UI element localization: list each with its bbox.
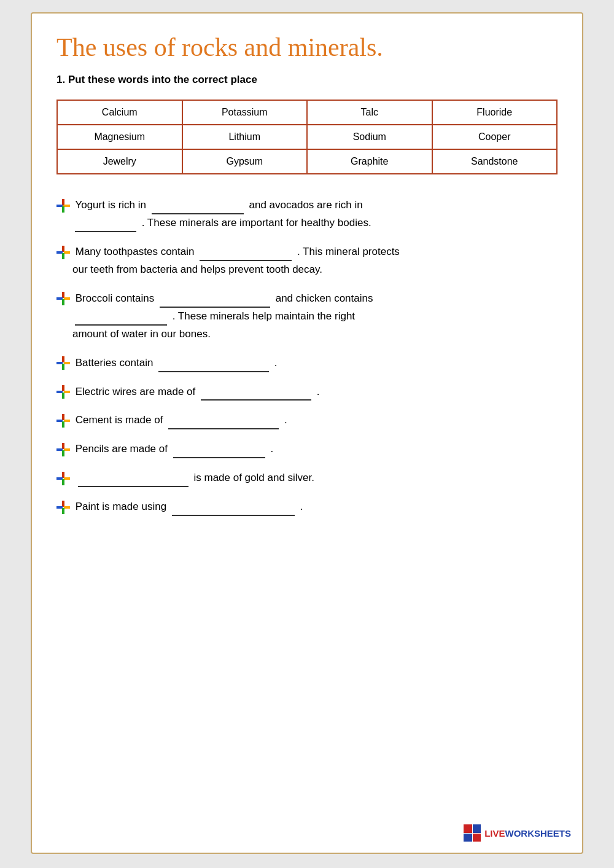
sentence-9: Paint is made using .: [56, 498, 558, 516]
bullet-icon-8: [56, 472, 70, 485]
instruction-text: 1. Put these words into the correct plac…: [56, 74, 558, 86]
s2-blank1[interactable]: [200, 249, 292, 261]
svg-rect-37: [56, 506, 63, 509]
svg-rect-11: [62, 253, 64, 259]
s8-blank1[interactable]: [78, 475, 188, 487]
word-calcium: Calcium: [57, 100, 182, 125]
page-title: The uses of rocks and minerals.: [56, 32, 558, 63]
sentence-4: Batteries contain .: [56, 354, 558, 372]
sentences-section: Yogurt is rich in and avocados are rich …: [56, 197, 558, 516]
s2-text2: . This mineral protects: [297, 246, 400, 257]
sentence-6: Cement is made of .: [56, 412, 558, 429]
svg-rect-15: [62, 299, 64, 305]
sentence-7: Pencils are made of .: [56, 440, 558, 458]
svg-rect-7: [62, 206, 64, 213]
s2-text3: our teeth from bacteria and helps preven…: [72, 264, 322, 275]
logo-blue-bl: [464, 834, 472, 842]
svg-rect-9: [56, 251, 63, 254]
svg-rect-32: [62, 472, 64, 478]
s9-blank1[interactable]: [172, 504, 295, 516]
bullet-icon-9: [56, 501, 70, 514]
lw-worksheets: WORKSHEETS: [505, 828, 571, 839]
svg-rect-21: [56, 391, 63, 393]
word-potassium: Potassium: [182, 100, 308, 125]
svg-rect-22: [64, 391, 70, 393]
word-jewelry: Jewelry: [57, 149, 182, 174]
word-lithium: Lithium: [182, 125, 308, 149]
s8-text1: is made of gold and silver.: [193, 472, 314, 483]
s4-blank1[interactable]: [158, 360, 269, 372]
bullet-icon-3: [56, 292, 70, 305]
word-gypsum: Gypsum: [182, 149, 308, 174]
svg-rect-17: [56, 362, 63, 364]
word-talc: Talc: [307, 100, 432, 125]
sentence-2: Many toothpastes contain . This mineral …: [56, 243, 558, 279]
svg-rect-24: [62, 414, 64, 420]
s3-blank1[interactable]: [160, 295, 270, 308]
svg-rect-27: [62, 421, 64, 428]
svg-rect-34: [64, 477, 70, 480]
lw-logo: [464, 824, 481, 842]
word-sodium: Sodium: [307, 125, 432, 149]
s5-blank1[interactable]: [201, 388, 311, 401]
svg-rect-8: [62, 246, 64, 252]
svg-rect-35: [62, 479, 64, 485]
s4-text2: .: [274, 357, 278, 369]
s9-text2: .: [300, 501, 303, 512]
svg-rect-30: [64, 448, 70, 451]
s3-text4: amount of water in our bones.: [72, 328, 211, 340]
word-graphite: Graphite: [307, 149, 432, 174]
svg-rect-31: [62, 450, 64, 456]
word-cooper: Cooper: [432, 125, 558, 149]
bullet-icon-4: [56, 356, 70, 370]
svg-rect-36: [62, 501, 64, 507]
word-sandstone: Sandstone: [432, 149, 558, 174]
word-magnesium: Magnesium: [57, 125, 182, 149]
svg-rect-5: [56, 205, 63, 207]
svg-rect-10: [64, 251, 70, 254]
s5-text1: Electric wires are made of: [76, 386, 198, 397]
svg-rect-16: [62, 356, 64, 362]
svg-rect-18: [64, 362, 70, 364]
svg-rect-25: [56, 420, 63, 422]
liveworksheets-footer: LIVEWORKSHEETS: [464, 824, 571, 842]
lw-live: LIVE: [484, 828, 505, 839]
s1-text2: and avocados are rich in: [249, 199, 362, 211]
logo-blue-tr: [473, 824, 481, 833]
svg-rect-4: [62, 199, 64, 205]
s6-text2: .: [284, 414, 287, 426]
s3-text1: Broccoli contains: [76, 292, 157, 304]
svg-rect-23: [62, 393, 64, 399]
svg-rect-38: [64, 506, 70, 509]
logo-red-tl: [464, 824, 472, 833]
s3-blank2-wrapper: . These minerals help maintain the right: [72, 310, 355, 322]
sentence-5: Electric wires are made of .: [56, 383, 558, 401]
bullet-icon-1: [56, 199, 70, 213]
s6-blank1[interactable]: [168, 417, 279, 429]
svg-rect-33: [56, 477, 63, 480]
svg-rect-19: [62, 364, 64, 370]
s2-text1: Many toothpastes contain: [76, 246, 197, 257]
s3-blank2[interactable]: [75, 313, 167, 326]
svg-rect-28: [62, 443, 64, 449]
svg-rect-29: [56, 448, 63, 451]
s6-text1: Cement is made of: [76, 414, 166, 426]
svg-rect-13: [56, 297, 63, 300]
sentence-1: Yogurt is rich in and avocados are rich …: [56, 197, 558, 232]
s3-text2: and chicken contains: [276, 292, 373, 304]
svg-rect-12: [62, 292, 64, 298]
s1-blank2[interactable]: [75, 220, 136, 232]
s1-blank1[interactable]: [152, 202, 244, 214]
logo-red-br: [473, 834, 481, 842]
s3-text3: . These minerals help maintain the right: [173, 310, 355, 322]
bullet-icon-2: [56, 246, 70, 259]
s9-text1: Paint is made using: [76, 501, 169, 512]
word-fluoride: Fluoride: [432, 100, 558, 125]
word-bank: Calcium Potassium Talc Fluoride Magnesiu…: [56, 100, 558, 174]
svg-rect-20: [62, 385, 64, 391]
svg-rect-14: [64, 297, 70, 300]
bullet-icon-5: [56, 385, 70, 399]
s7-blank1[interactable]: [173, 446, 265, 458]
svg-rect-6: [64, 205, 70, 207]
lw-text: LIVEWORKSHEETS: [484, 828, 571, 839]
